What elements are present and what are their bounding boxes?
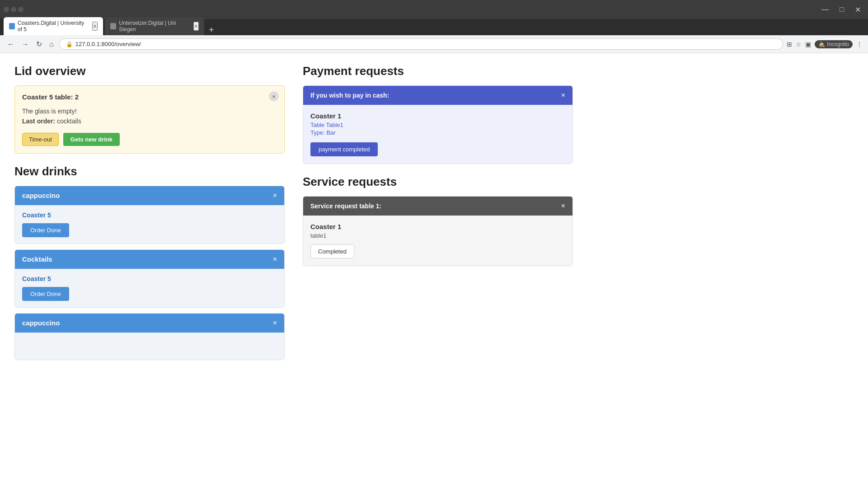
incognito-badge: 🕵 Incognito <box>815 40 853 48</box>
drink-card-1-name: Cocktails <box>22 255 52 263</box>
tab-label: Coasters.Digital | University of 5 <box>18 20 89 33</box>
drink-card-1-order-done[interactable]: Order Done <box>22 287 69 301</box>
service-card: Service request table 1: × Coaster 1 tab… <box>303 196 573 266</box>
lock-icon: 🔒 <box>66 41 73 47</box>
service-completed-button[interactable]: Completed <box>310 244 354 258</box>
tab-inactive[interactable]: Untersetzer.Digital | Uni Siegen × <box>105 17 204 35</box>
new-drinks-title: New drinks <box>14 164 285 178</box>
payment-card-header: If you wish to pay in cash: × <box>303 86 572 105</box>
drink-card-0-body: Coaster 5 Order Done <box>15 205 284 244</box>
lid-card: Coaster 5 table: 2 × The glass is empty!… <box>14 85 285 154</box>
payment-card: If you wish to pay in cash: × Coaster 1 … <box>303 85 573 164</box>
last-order-value: cocktails <box>57 117 81 125</box>
incognito-label: Incognito <box>827 41 849 47</box>
service-card-close[interactable]: × <box>561 202 565 210</box>
lid-card-body: The glass is empty! Last order: cocktail… <box>22 106 277 127</box>
url-text: 127.0.0.1:8000/overview/ <box>75 41 141 47</box>
service-card-header: Service request table 1: × <box>303 197 572 216</box>
drink-card-0-name: cappuccino <box>22 192 60 199</box>
tab-close-button[interactable]: × <box>92 22 98 31</box>
reload-button[interactable]: ↻ <box>34 39 44 49</box>
last-order-label: Last order: <box>22 117 55 125</box>
service-table: table1 <box>310 232 565 239</box>
sidebar-button[interactable]: ▣ <box>805 41 811 48</box>
back-button[interactable]: ← <box>5 39 16 49</box>
tab-label-2: Untersetzer.Digital | Uni Siegen <box>119 20 190 33</box>
translate-icon-button[interactable]: ⊞ <box>787 41 792 48</box>
close-button[interactable]: ✕ <box>851 5 864 15</box>
service-requests-title: Service requests <box>303 175 573 189</box>
service-coaster-name: Coaster 1 <box>310 223 565 230</box>
timeout-button[interactable]: Time-out <box>22 133 59 146</box>
drink-card-1-header: Cocktails × <box>15 250 284 269</box>
drink-card-2: cappuccino × <box>14 313 285 360</box>
drink-card-0-header: cappuccino × <box>15 186 284 205</box>
bookmark-button[interactable]: ☆ <box>796 41 802 48</box>
payment-type: Type: Bar <box>310 129 565 136</box>
payment-card-body: Coaster 1 Table Table1 Type: Bar payment… <box>303 105 572 164</box>
tab-close-button-2[interactable]: × <box>193 22 199 31</box>
menu-button[interactable]: ⋮ <box>856 41 863 48</box>
payment-table: Table Table1 <box>310 122 565 128</box>
payment-coaster-name: Coaster 1 <box>310 112 565 120</box>
drink-card-2-header: cappuccino × <box>15 314 284 333</box>
forward-button[interactable]: → <box>20 39 31 49</box>
drink-card-2-close[interactable]: × <box>273 319 277 327</box>
drink-card-1: Cocktails × Coaster 5 Order Done <box>14 249 285 308</box>
drink-card-0-order-done[interactable]: Order Done <box>22 223 69 237</box>
drink-card-2-name: cappuccino <box>22 319 60 327</box>
new-drink-button[interactable]: Gets new drink <box>63 133 120 146</box>
drink-card-0: cappuccino × Coaster 5 Order Done <box>14 186 285 244</box>
tab-favicon-2 <box>110 23 116 29</box>
home-button[interactable]: ⌂ <box>47 39 56 49</box>
payment-card-header-text: If you wish to pay in cash: <box>310 92 389 99</box>
url-bar[interactable]: 🔒 127.0.0.1:8000/overview/ <box>59 38 784 50</box>
service-card-body: Coaster 1 table1 Completed <box>303 216 572 266</box>
maximize-button[interactable]: □ <box>836 5 848 15</box>
drink-card-1-body: Coaster 5 Order Done <box>15 269 284 307</box>
minimize-button[interactable]: — <box>818 5 832 15</box>
lid-last-order: Last order: cocktails <box>22 116 277 126</box>
tab-favicon <box>9 23 15 29</box>
lid-message: The glass is empty! <box>22 106 277 116</box>
lid-card-close-button[interactable]: × <box>269 91 279 101</box>
drink-card-0-coaster: Coaster 5 <box>22 211 277 219</box>
drink-card-0-close[interactable]: × <box>273 192 277 200</box>
lid-card-header: Coaster 5 table: 2 <box>22 93 277 101</box>
incognito-icon: 🕵 <box>818 41 825 47</box>
service-card-header-text: Service request table 1: <box>310 202 381 210</box>
lid-overview-title: Lid overview <box>14 64 285 78</box>
new-tab-button[interactable]: + <box>206 25 217 35</box>
payment-card-close[interactable]: × <box>561 91 565 99</box>
payment-requests-title: Payment requests <box>303 64 573 78</box>
drink-card-1-coaster: Coaster 5 <box>22 275 277 282</box>
payment-completed-button[interactable]: payment completed <box>310 142 378 156</box>
tab-active[interactable]: Coasters.Digital | University of 5 × <box>4 17 103 35</box>
drink-card-1-close[interactable]: × <box>273 255 277 263</box>
drink-card-2-body <box>15 333 284 360</box>
